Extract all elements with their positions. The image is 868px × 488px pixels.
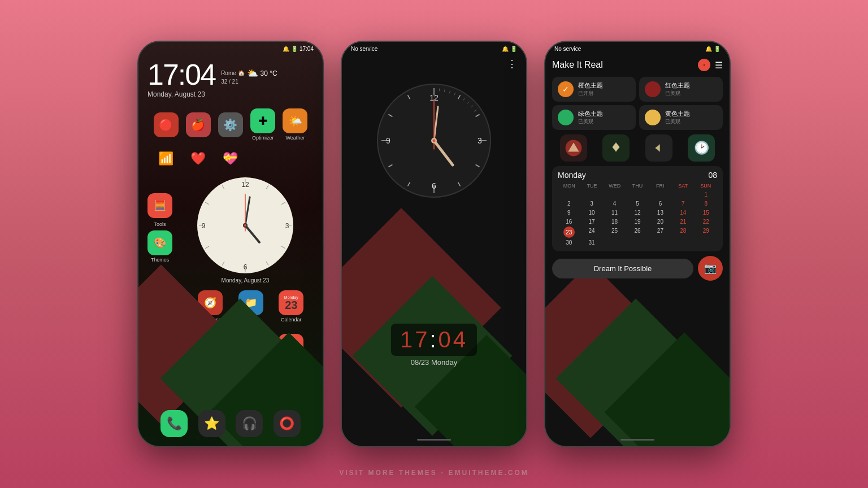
clock-widget-1: 12 3 6 9 [194,175,296,276]
theme-green[interactable]: 绿色主题 已美观 [552,105,636,130]
phone-1: 🔔 🔋 17:04 17:04 Rome 🏠 ⛅ 30 °C 32 / 21 M… [137,41,324,447]
app-weather[interactable]: 🌤️ Weather [283,108,307,141]
calendar-widget-3: Monday 08 MON TUE WED THU FRI SAT SUN [552,166,723,251]
time-display-1: 17:04 [147,60,215,89]
phone3-header: Make It Real · ☰ [552,59,723,71]
cal-cell: 13 [649,208,671,217]
dock-phone[interactable]: 📞 [160,410,188,437]
cal-cell [672,190,694,199]
cal-sun: SUN [695,183,717,189]
cal-cell: 24 [580,226,602,238]
cal-cell: 11 [604,208,626,217]
app-wifi[interactable]: 📶 [154,146,179,171]
cal-cell [580,190,602,199]
theme-name-green: 绿色主题 [578,110,603,118]
cal-num: 08 [708,171,717,180]
dock-circle[interactable]: ⭕ [274,410,301,437]
theme-name-yellow: 黄色主题 [665,110,690,118]
time-min-2: 04 [439,327,468,352]
cal-grid: 1 2 3 4 5 6 7 8 9 10 11 12 13 14 15 [558,190,717,247]
theme-dot-yellow [645,110,661,125]
cal-cell: 1 [695,190,717,199]
cal-cell: 15 [695,208,717,217]
small-icon-1[interactable] [560,134,587,162]
cal-cell: 7 [672,199,694,208]
app-health[interactable]: 💝 [218,146,243,171]
cal-wed: WED [604,183,626,189]
cal-cell [604,190,626,199]
small-icon-3[interactable] [645,134,672,162]
app-heart[interactable]: ❤️ [186,146,211,171]
tools-label: Tools [147,221,172,227]
dream-btn[interactable]: Dream It Possible [552,259,693,278]
app-weather-label: Weather [285,135,305,141]
more-button-2[interactable]: ⋮ [507,58,517,70]
theme-dot-orange: ✓ [558,81,574,97]
svg-line-35 [439,89,440,91]
cal-cell [649,238,671,247]
cal-cell: 30 [558,238,580,247]
cal-cell: 8 [695,199,717,208]
cal-cell [672,238,694,247]
cal-cell: 16 [558,217,580,226]
app-optimizer[interactable]: ✚ Optimizer [250,108,275,141]
app-icon-2[interactable]: 🍎 [186,112,211,137]
dock-headphones[interactable]: 🎧 [236,410,263,437]
cal-cell: 17 [580,217,602,226]
theme-name-orange: 橙色主题 [578,81,603,90]
cal-cell: 28 [672,226,694,238]
camera-btn[interactable]: 📷 [698,256,723,281]
app-calculator[interactable]: 🧮 [147,193,172,218]
phone-3: No service 🔔 🔋 Make It Real · ☰ ✓ [544,41,731,447]
svg-text:3: 3 [285,222,289,230]
app-icon-1[interactable]: 🔴 [154,112,179,137]
cal-cell: 14 [672,208,694,217]
bottom-row-3: Dream It Possible 📷 [552,256,723,281]
theme-info-orange: 橙色主题 已开启 [578,81,603,97]
theme-orange[interactable]: ✓ 橙色主题 已开启 [552,77,636,102]
theme-info-red: 红色主题 已美观 [665,81,690,97]
svg-text:3: 3 [478,136,482,145]
app-themes[interactable]: 🎨 Themes [147,230,172,263]
digital-time-2: 17:04 [391,324,477,356]
header-dot-icon[interactable]: · [698,59,710,71]
cal-cell: 5 [626,199,648,208]
app-row-2: 📶 ❤️ 💝 [138,145,323,172]
cal-cell: 3 [580,199,602,208]
cal-cell: 6 [649,199,671,208]
cal-cell: 29 [695,226,717,238]
theme-yellow[interactable]: 黄色主题 已美观 [639,105,723,130]
svg-point-51 [433,140,436,142]
status-bar-3: No service 🔔 🔋 [545,42,730,55]
theme-info-yellow: 黄色主题 已美观 [665,110,690,125]
theme-status-orange: 已开启 [578,90,603,97]
theme-status-red: 已美观 [665,90,690,97]
cal-cell: 12 [626,208,648,217]
cal-cell: 27 [649,226,671,238]
menu-icon[interactable]: ☰ [715,60,723,71]
weather-hilo: 32 / 21 [221,79,277,85]
cal-cell: 22 [695,217,717,226]
cal-cell: 10 [580,208,602,217]
cal-cell: 21 [672,217,694,226]
theme-red[interactable]: 红色主题 已美观 [639,77,723,102]
cal-cell: 26 [626,226,648,238]
app-optimizer-label: Optimizer [252,135,274,141]
cal-header: Monday 08 [558,171,717,180]
cal-days-header: MON TUE WED THU FRI SAT SUN [558,183,717,189]
phone3-header-icons: · ☰ [698,59,723,71]
app-icon-3[interactable]: ⚙️ [218,112,243,137]
app-calendar[interactable]: Monday 23 Calendar [279,290,303,323]
cal-cell: 2 [558,199,580,208]
cal-cell [558,190,580,199]
status-left-2: No service [351,46,377,52]
cal-cell: 25 [604,226,626,238]
small-icon-4[interactable]: 🕑 [688,134,715,162]
cal-cell: 18 [604,217,626,226]
small-icon-2[interactable] [602,134,630,162]
cal-cell [626,190,648,199]
cal-cell: 20 [649,217,671,226]
cal-mon: MON [558,183,580,189]
watermark: VISIT MORE THEMES - EMUITHEME.COM [0,469,868,477]
dock-star[interactable]: ⭐ [198,410,225,437]
